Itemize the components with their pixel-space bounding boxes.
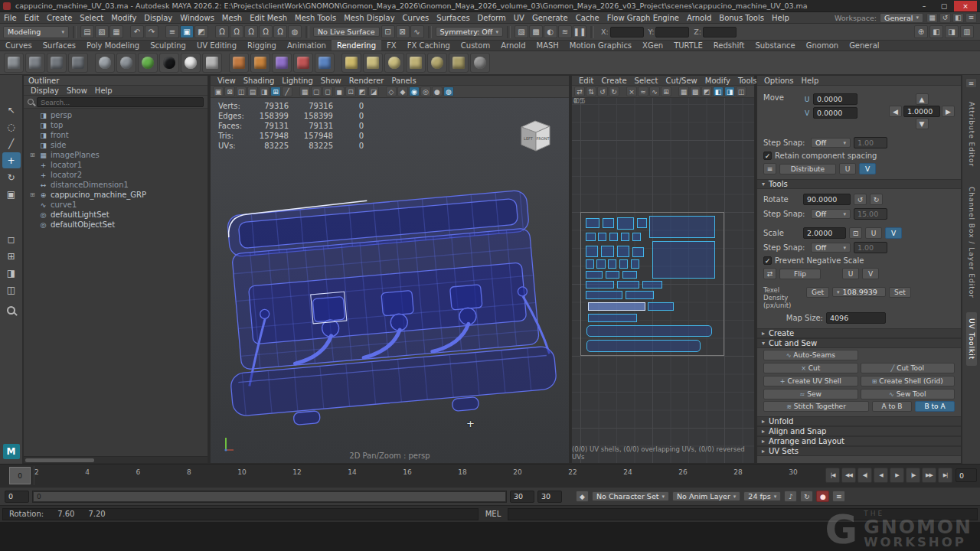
mel-label[interactable]: MEL <box>482 510 505 518</box>
lights-icon[interactable]: ◎ <box>420 86 431 96</box>
section-divider[interactable] <box>590 26 594 38</box>
panel-menu-item[interactable]: Show <box>63 86 91 95</box>
outliner-item[interactable]: ◨ side <box>24 140 207 150</box>
menu-item[interactable]: Mesh Display <box>340 14 398 22</box>
render-frame-icon[interactable] <box>25 53 45 73</box>
shelf-tab[interactable]: Arnold <box>495 40 531 51</box>
play-forward-button[interactable]: ▶ <box>890 468 904 483</box>
menu-item[interactable]: Select <box>76 14 107 22</box>
uv-shell[interactable] <box>617 217 634 230</box>
uv-shell[interactable] <box>631 259 639 268</box>
lasso-select-tool-icon[interactable]: ◌ <box>2 119 21 135</box>
panel-menu-item[interactable]: Help <box>798 77 823 85</box>
uv-shell[interactable] <box>586 246 599 257</box>
panel-toggle-icon[interactable]: ◧ <box>952 13 964 23</box>
construction-history-icon[interactable]: ∿ <box>410 25 424 38</box>
step-forward-key-button[interactable]: ▶▶ <box>922 468 936 483</box>
mel-command-input[interactable] <box>508 508 978 520</box>
flip-u-button[interactable]: U <box>842 268 859 279</box>
symmetry-dropdown[interactable]: Symmetry: Off ▾ <box>436 27 503 37</box>
scale-tool-icon[interactable]: ▣ <box>2 186 21 202</box>
cappuccino-machine-wireframe[interactable] <box>215 190 567 450</box>
cut-uv-icon[interactable]: × <box>626 86 637 96</box>
menu-overflow-icon[interactable]: ≡ <box>965 13 977 23</box>
show-manipulators-icon[interactable]: ⊕ <box>914 25 928 38</box>
set-key-icon[interactable]: ◆ <box>576 491 589 502</box>
sidebar-vertical-tab[interactable]: Channel Box / Layer Editor <box>966 181 977 305</box>
area-light-icon[interactable] <box>341 53 361 73</box>
field-chart-icon[interactable]: ⊡ <box>345 86 356 96</box>
panel-menu-item[interactable]: Select <box>631 77 662 85</box>
rotate-tool-icon[interactable]: ↻ <box>2 169 21 185</box>
outliner-item[interactable]: ⊞ ▦ imagePlanes <box>24 150 207 160</box>
shelf-tab[interactable]: Gnomon <box>801 40 844 51</box>
snap-to-projected-center-icon[interactable]: Ω <box>259 25 273 38</box>
panel-menu-item[interactable]: Display <box>27 86 63 95</box>
scale-v-button[interactable]: V <box>885 227 902 239</box>
uv-canvas[interactable]: 10.50-0.5 (0/0) UV shells, (0/0) overlap… <box>572 98 754 463</box>
close-button[interactable]: × <box>954 1 977 11</box>
uv-shell[interactable] <box>586 218 600 228</box>
open-render-view-icon[interactable]: ▨ <box>514 25 528 38</box>
shelf-tab[interactable]: Animation <box>282 40 332 51</box>
uv-shell[interactable] <box>598 233 606 241</box>
film-clapper-orange-icon[interactable] <box>250 53 270 73</box>
shelf-tab[interactable]: Redshift <box>708 40 750 51</box>
go-to-end-button[interactable]: ▶| <box>938 468 952 483</box>
set-texel-density-button[interactable]: Set <box>889 287 911 298</box>
film-gate-icon[interactable]: ▢ <box>311 86 322 96</box>
menu-item[interactable]: Windows <box>176 14 218 22</box>
panel-menu-item[interactable]: Options <box>760 77 798 85</box>
distribute-v-button[interactable]: V <box>859 163 876 174</box>
maximize-button[interactable]: ▢ <box>934 1 954 11</box>
frame-ticks[interactable]: 24681012141618202224262830 <box>34 466 798 485</box>
uv-shell[interactable] <box>609 233 618 241</box>
shelf-tab[interactable]: FX <box>381 40 402 51</box>
y-coordinate-input[interactable] <box>655 27 689 37</box>
sew-uv-icon[interactable]: ≈ <box>638 86 648 96</box>
character-set-dropdown[interactable]: No Character Set ▾ <box>592 491 669 501</box>
outliner-item[interactable]: ↔ distanceDimension1 <box>24 180 207 190</box>
film-clapper-red-icon[interactable] <box>293 53 313 73</box>
menu-item[interactable]: Surfaces <box>433 14 473 22</box>
shelf-tab[interactable]: MASH <box>531 40 564 51</box>
perspective-viewport[interactable]: ViewShadingLightingShowRendererPanels ▣⊠… <box>210 75 570 464</box>
sew-button[interactable]: ≈ Sew <box>763 389 858 399</box>
shelf-tab[interactable]: Curves <box>0 40 38 51</box>
menu-item[interactable]: Arnold <box>683 14 715 22</box>
green-material-icon[interactable] <box>138 53 158 73</box>
expand-toggle[interactable]: ⊞ <box>30 191 38 198</box>
pause-viewport-icon[interactable]: ❚❚ <box>573 25 586 38</box>
uv-shell[interactable] <box>588 302 645 311</box>
uv-shell[interactable] <box>617 281 640 288</box>
uv-distortion-icon[interactable]: ◩ <box>701 86 712 96</box>
render-view-icon[interactable] <box>4 53 24 73</box>
shelf-tab[interactable]: Motion Graphics <box>564 40 637 51</box>
rotate-cw-icon[interactable]: ↻ <box>609 86 619 96</box>
play-backward-button[interactable]: ◀ <box>874 468 888 483</box>
scale-value-field[interactable]: 2.0000 <box>803 227 846 239</box>
film-clapper-purple-icon[interactable] <box>272 53 292 73</box>
uv-shell[interactable] <box>619 259 628 268</box>
animation-preferences-button[interactable]: ≡ <box>832 491 845 502</box>
scrollbar-thumb[interactable] <box>25 458 94 462</box>
minimize-button[interactable]: – <box>914 1 934 11</box>
snap-to-curve-icon[interactable]: Ω <box>230 25 243 38</box>
create-uv-shell-button[interactable]: + Create UV Shell <box>763 376 858 386</box>
ibl-icon[interactable] <box>470 53 490 73</box>
film-clapper-blue-icon[interactable] <box>315 53 335 73</box>
menu-item[interactable]: Help <box>768 14 793 22</box>
rotate-step-snap-dropdown[interactable]: Off ▾ <box>811 209 851 219</box>
move-step-field[interactable]: 1.0000 <box>903 106 940 117</box>
uv-shell[interactable] <box>632 247 644 257</box>
paint-select-tool-icon[interactable]: ╱ <box>2 135 21 152</box>
go-to-start-button[interactable]: |◀ <box>825 468 840 483</box>
shelf-tab[interactable]: Surfaces <box>38 40 81 51</box>
persp-outliner-layout-icon[interactable]: ◨ <box>2 265 21 281</box>
shaded-icon[interactable]: ◆ <box>397 86 408 96</box>
move-up-button[interactable]: ▲ <box>916 93 929 105</box>
sew-tool-button[interactable]: ∿ Sew Tool <box>861 389 956 399</box>
expand-toggle[interactable]: ⊞ <box>30 152 38 158</box>
stitch-a-to-b-button[interactable]: A to B <box>872 401 912 412</box>
uv-shell[interactable] <box>586 259 594 268</box>
